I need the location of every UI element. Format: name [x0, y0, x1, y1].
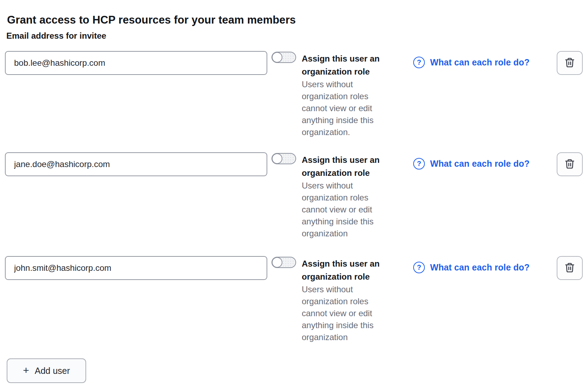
assign-role-help-text: Users without organization roles cannot … — [302, 180, 397, 240]
role-docs-link[interactable]: ? What can each role do? — [413, 262, 530, 273]
assign-role-label: Assign this user an organization role — [302, 153, 400, 179]
assign-role-label: Assign this user an organization role — [302, 257, 400, 283]
add-user-label: Add user — [35, 366, 70, 376]
plus-icon: + — [23, 365, 29, 376]
email-input[interactable] — [5, 152, 267, 176]
toggle-knob — [272, 52, 282, 63]
role-docs-link-label: What can each role do? — [430, 57, 530, 68]
assign-role-toggle[interactable] — [271, 153, 296, 164]
email-input[interactable] — [5, 51, 267, 75]
trash-icon — [564, 57, 575, 69]
assign-role-toggle[interactable] — [271, 257, 296, 268]
invitee-row: Assign this user an organization role Us… — [0, 256, 588, 347]
invite-users-page: Grant access to HCP resources for your t… — [0, 0, 588, 389]
toggle-knob — [272, 257, 282, 268]
role-docs-link-label: What can each role do? — [430, 159, 530, 169]
invitee-row: Assign this user an organization role Us… — [0, 51, 588, 142]
role-docs-link[interactable]: ? What can each role do? — [413, 57, 530, 68]
email-address-label: Email address for invitee — [6, 31, 106, 41]
question-circle-icon: ? — [413, 57, 425, 68]
role-docs-link[interactable]: ? What can each role do? — [413, 158, 530, 170]
delete-invitee-button[interactable] — [557, 152, 583, 176]
delete-invitee-button[interactable] — [557, 51, 583, 75]
assign-role-toggle[interactable] — [271, 52, 296, 63]
question-circle-icon: ? — [413, 262, 425, 273]
add-user-button[interactable]: + Add user — [7, 358, 86, 383]
page-title: Grant access to HCP resources for your t… — [7, 14, 296, 26]
email-input[interactable] — [5, 256, 267, 280]
assign-role-label: Assign this user an organization role — [302, 52, 400, 78]
question-circle-icon: ? — [413, 158, 425, 170]
toggle-knob — [272, 153, 282, 164]
role-docs-link-label: What can each role do? — [430, 262, 530, 273]
delete-invitee-button[interactable] — [557, 256, 583, 280]
trash-icon — [564, 158, 575, 171]
trash-icon — [564, 262, 575, 274]
invitee-row: Assign this user an organization role Us… — [0, 152, 588, 244]
assign-role-help-text: Users without organization roles cannot … — [302, 78, 397, 138]
assign-role-help-text: Users without organization roles cannot … — [302, 283, 397, 343]
